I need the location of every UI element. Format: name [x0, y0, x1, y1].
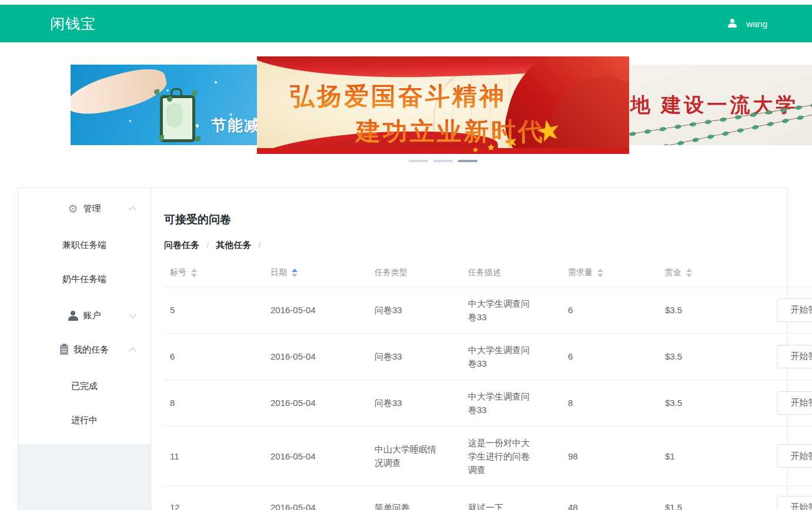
tab-questionnaire-tasks[interactable]: 问卷任务: [164, 240, 199, 251]
sort-caret[interactable]: [597, 269, 604, 277]
cell-text: 6: [170, 350, 259, 363]
action-cell: 开始答题: [760, 287, 812, 333]
sort-caret[interactable]: [191, 269, 198, 277]
lantern-illustration: [160, 95, 195, 142]
cell-text: 2016-05-04: [270, 501, 363, 510]
table-row: 52016-05-04问卷33中大学生调查问卷336$3.5开始答题: [164, 287, 812, 333]
banner-text: 节能减排: [211, 115, 257, 136]
cell-demand: 98: [562, 426, 659, 486]
column-header-date[interactable]: 日期: [265, 259, 369, 287]
start-answer-button[interactable]: 开始答题: [777, 391, 812, 415]
cell-id: 5: [164, 287, 265, 333]
cell-desc: 中大学生调查问卷33: [462, 380, 562, 426]
cell-text: 2016-05-04: [270, 303, 363, 317]
sort-ascending-icon[interactable]: [597, 269, 603, 272]
cell-date: 2016-05-04: [265, 287, 369, 333]
sidebar-item-manage[interactable]: ⚙ 管理: [18, 192, 151, 226]
cell-text: 48: [568, 501, 653, 510]
sort-caret[interactable]: [291, 269, 298, 277]
cell-date: 2016-05-04: [265, 426, 369, 486]
cell-text: 8: [170, 396, 259, 410]
carousel-indicator-1[interactable]: [409, 160, 428, 162]
action-cell: 开始答题: [760, 380, 812, 426]
cell-reward: $3.5: [659, 380, 760, 426]
sidebar-item-completed[interactable]: 已完成: [18, 369, 151, 403]
cell-reward: $3.5: [659, 287, 760, 333]
clipboard-icon: [60, 345, 68, 355]
column-header-action: [760, 259, 812, 287]
table-row: 62016-05-04问卷33中大学生调查问卷336$3.5开始答题: [164, 333, 812, 380]
column-label: 赏金: [665, 267, 681, 277]
action-cell: 开始答题: [760, 426, 812, 486]
cell-type: 问卷33: [369, 380, 462, 426]
table-body: 52016-05-04问卷33中大学生调查问卷336$3.5开始答题62016-…: [164, 287, 812, 510]
sidebar-item-account[interactable]: 账户: [18, 298, 151, 333]
cell-text: $3.5: [665, 350, 754, 363]
sidebar-item-cow-tasks[interactable]: 奶牛任务端: [18, 262, 151, 296]
cell-text: 这是一份对中大学生进行的问卷调查: [468, 436, 537, 477]
column-header-type: 任务类型: [369, 259, 462, 287]
cell-text: 98: [568, 449, 653, 463]
column-header-demand[interactable]: 需求量: [562, 259, 659, 287]
cell-text: $1.5: [665, 501, 754, 510]
cell-text: 中大学生调查问卷33: [468, 297, 537, 324]
start-answer-button[interactable]: 开始答题: [777, 444, 812, 468]
action-cell: 开始答题: [760, 333, 812, 380]
sidebar-item-label: 管理: [83, 203, 101, 214]
start-answer-button[interactable]: 开始答题: [777, 496, 812, 510]
submenu-my-tasks: 已完成 进行中: [18, 367, 151, 439]
cell-text: 11: [170, 449, 259, 463]
sort-descending-icon[interactable]: [292, 274, 298, 277]
cell-text: 简单问卷: [375, 501, 445, 510]
sort-descending-icon[interactable]: [597, 274, 603, 277]
cell-id: 6: [164, 333, 265, 380]
cell-id: 8: [164, 380, 265, 426]
cell-date: 2016-05-04: [265, 380, 369, 426]
submenu-manage: 兼职任务端 奶牛任务端: [18, 226, 151, 298]
cell-text: 6: [568, 303, 653, 317]
sidebar-item-parttime-tasks[interactable]: 兼职任务端: [18, 228, 151, 262]
tab-other-tasks[interactable]: 其他任务: [216, 240, 251, 251]
carousel-indicator-2[interactable]: [433, 160, 453, 162]
carousel-slide-patriotic: ★ ★ ★ ★ 弘扬爱国奋斗精神 建功立业新时代: [257, 56, 629, 154]
sort-ascending-icon[interactable]: [191, 269, 197, 272]
content-area: 可接受的问卷 问卷任务 / 其他任务 / 标号日期任务类型任务描述需求量赏金 5…: [151, 188, 812, 510]
table-row: 82016-05-04问卷33中大学生调查问卷338$3.5开始答题: [164, 380, 812, 426]
chevron-down-icon: [129, 311, 136, 318]
tab-separator: /: [258, 240, 260, 250]
table-row: 122016-05-04简单问卷就试一下48$1.5开始答题: [164, 486, 812, 510]
column-label: 需求量: [568, 267, 593, 277]
cell-demand: 48: [562, 486, 659, 510]
cell-id: 12: [164, 486, 265, 510]
sidebar-item-my-tasks[interactable]: 我的任务: [18, 333, 151, 367]
cell-text: $3.5: [665, 303, 754, 317]
chevron-up-icon: [129, 347, 136, 355]
cell-type: 问卷33: [369, 333, 462, 380]
action-cell: 开始答题: [760, 486, 812, 510]
sort-caret[interactable]: [686, 269, 693, 277]
sidebar-item-label: 我的任务: [73, 344, 109, 355]
person-icon: [68, 311, 78, 321]
vine-decoration: [154, 89, 159, 95]
cell-text: 中大学生调查问卷33: [468, 390, 537, 417]
sort-ascending-icon[interactable]: [292, 269, 298, 272]
sort-descending-icon[interactable]: [191, 274, 197, 277]
cell-desc: 这是一份对中大学生进行的问卷调查: [462, 426, 562, 486]
task-tabs: 问卷任务 / 其他任务 /: [164, 240, 812, 251]
start-answer-button[interactable]: 开始答题: [777, 298, 812, 322]
red-strip-decoration: [257, 148, 629, 154]
start-answer-button[interactable]: 开始答题: [777, 345, 812, 368]
column-label: 标号: [170, 267, 186, 277]
column-header-id[interactable]: 标号: [164, 259, 265, 287]
carousel-indicator-3-active[interactable]: [458, 160, 477, 162]
sort-descending-icon[interactable]: [686, 274, 692, 277]
cell-type: 简单问卷: [369, 486, 462, 510]
cell-id: 11: [164, 426, 265, 486]
cell-demand: 6: [562, 287, 659, 333]
sort-ascending-icon[interactable]: [686, 269, 692, 272]
sidebar-item-in-progress[interactable]: 进行中: [18, 403, 151, 437]
cell-text: 问卷33: [375, 303, 445, 317]
sidebar: ⚙ 管理 兼职任务端 奶牛任务端 账户 我的任务 已完成 进行中: [18, 188, 151, 510]
sidebar-item-label: 账户: [83, 310, 101, 321]
column-header-reward[interactable]: 赏金: [659, 259, 760, 287]
